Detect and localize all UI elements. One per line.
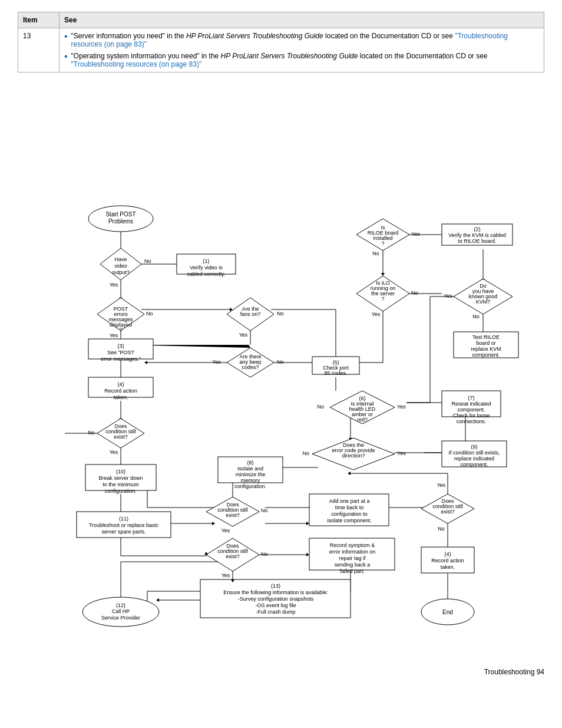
bullet-text-1: "Server information you need" in the HP …: [71, 32, 539, 48]
svg-text:replace indicated: replace indicated: [454, 456, 494, 462]
table-cell-item: 13: [18, 28, 59, 73]
footer-text: Troubleshooting 94: [484, 668, 544, 676]
svg-text:Yes: Yes: [411, 231, 420, 237]
svg-text:Add one part at a: Add one part at a: [329, 498, 369, 504]
svg-text:Yes: Yes: [397, 404, 406, 410]
bullet-item-1: • "Server information you need" in the H…: [64, 32, 539, 48]
svg-text:?: ?: [119, 327, 122, 332]
svg-text:Yes: Yes: [212, 359, 221, 365]
svg-text:sending back a: sending back a: [335, 562, 371, 568]
svg-text:(1): (1): [203, 258, 210, 264]
svg-text:error information on: error information on: [329, 549, 376, 555]
table-header-see: See: [59, 12, 544, 28]
svg-text:minimize the: minimize the: [236, 472, 266, 477]
svg-text:Start POST: Start POST: [105, 211, 135, 218]
svg-text:No: No: [88, 430, 95, 436]
svg-text:No: No: [261, 551, 268, 557]
svg-text:(10): (10): [116, 469, 125, 475]
svg-text:No: No: [146, 311, 153, 317]
svg-text:-Survey configuration snapshot: -Survey configuration snapshots: [238, 596, 314, 602]
svg-text:configuration.: configuration.: [105, 488, 137, 494]
svg-text:Check for loose: Check for loose: [453, 413, 490, 419]
svg-text:replace KVM: replace KVM: [471, 346, 501, 352]
svg-text:repair tag if: repair tag if: [339, 555, 366, 561]
svg-text:component.: component.: [472, 352, 500, 358]
svg-text:Break server down: Break server down: [98, 475, 143, 481]
svg-text:red?: red?: [357, 417, 368, 423]
svg-text:output?: output?: [112, 269, 130, 275]
svg-text:-Full crash dump: -Full crash dump: [256, 609, 295, 615]
svg-marker-251: [156, 598, 159, 602]
flowchart: Start POST Problems Have video output? N…: [18, 84, 544, 662]
bullet-item-2: • "Operating system information you need…: [64, 52, 539, 68]
svg-marker-38: [381, 273, 385, 276]
svg-marker-21: [306, 522, 309, 525]
svg-text:configuration.: configuration.: [234, 483, 266, 489]
svg-text:85 codes.: 85 codes.: [324, 370, 347, 376]
svg-text:(7): (7): [468, 395, 475, 401]
svg-text:No: No: [144, 258, 151, 264]
svg-marker-255: [204, 552, 208, 555]
svg-text:Record action: Record action: [104, 388, 137, 394]
page-footer: Troubleshooting 94: [18, 668, 544, 676]
table-cell-see: • "Server information you need" in the H…: [59, 28, 544, 73]
svg-text:No: No: [372, 251, 379, 256]
svg-text:taken.: taken.: [441, 564, 455, 570]
bullet-text-2: "Operating system information you need" …: [71, 52, 539, 68]
bullet-icon-1: •: [64, 32, 68, 41]
svg-text:(8): (8): [247, 460, 254, 466]
svg-text:board or: board or: [476, 340, 496, 346]
svg-text:Reseat indicated: Reseat indicated: [451, 401, 491, 407]
svg-text:to the minimum: to the minimum: [103, 482, 139, 487]
svg-text:Yes: Yes: [437, 482, 446, 488]
svg-text:Yes: Yes: [397, 450, 406, 456]
table-header-item: Item: [18, 12, 59, 28]
svg-text:(9): (9): [471, 444, 478, 450]
svg-text:fans on?: fans on?: [240, 311, 261, 317]
svg-text:Record symptom &: Record symptom &: [330, 542, 375, 548]
svg-text:memory: memory: [241, 477, 260, 483]
svg-marker-249: [306, 553, 309, 556]
svg-marker-18: [212, 522, 215, 525]
svg-text:exist?: exist?: [226, 512, 240, 518]
svg-marker-70: [348, 472, 351, 475]
svg-text:No: No: [472, 314, 480, 319]
svg-text:(4): (4): [118, 381, 124, 387]
svg-text:Problems: Problems: [108, 218, 133, 225]
svg-text:Ensure the following informati: Ensure the following information is avai…: [223, 589, 328, 595]
svg-text:codes?: codes?: [242, 364, 259, 370]
svg-text:exist?: exist?: [226, 554, 240, 559]
svg-text:No: No: [438, 526, 445, 532]
svg-text:Yes: Yes: [372, 311, 381, 317]
svg-text:KVM?: KVM?: [476, 299, 491, 305]
svg-text:to RILOE board.: to RILOE board.: [458, 238, 496, 244]
svg-text:?: ?: [381, 241, 384, 246]
svg-text:End: End: [442, 609, 453, 615]
svg-text:See "POST: See "POST: [107, 350, 135, 355]
svg-text:taken.: taken.: [114, 394, 128, 400]
svg-text:Verify video is: Verify video is: [190, 265, 223, 271]
svg-text:Call HP: Call HP: [112, 608, 130, 614]
svg-text:Have: Have: [114, 256, 127, 262]
svg-text:Verify the KVM is cabled: Verify the KVM is cabled: [448, 232, 506, 238]
svg-text:Yes: Yes: [222, 528, 230, 533]
svg-text:exist?: exist?: [114, 434, 128, 440]
info-table: Item See 13 • "Server information you ne…: [18, 12, 544, 73]
svg-text:Yes: Yes: [239, 332, 248, 338]
svg-text:Yes: Yes: [444, 293, 452, 299]
bullet-icon-2: •: [64, 52, 68, 61]
svg-text:Yes: Yes: [110, 332, 118, 338]
svg-text:failed part.: failed part.: [340, 568, 365, 574]
svg-text:No: No: [411, 290, 418, 296]
svg-text:If condition still exists,: If condition still exists,: [448, 450, 500, 456]
svg-text:component.: component.: [460, 462, 488, 467]
svg-text:No: No: [277, 359, 284, 365]
svg-marker-28: [144, 361, 147, 364]
svg-text:Yes: Yes: [222, 572, 230, 578]
svg-text:(13): (13): [271, 583, 280, 589]
svg-text:Yes: Yes: [110, 449, 118, 455]
svg-text:-OS event log file: -OS event log file: [255, 602, 296, 608]
svg-text:component.: component.: [457, 407, 485, 413]
svg-text:Isolate and: Isolate and: [237, 466, 263, 472]
svg-text:connections.: connections.: [457, 419, 487, 424]
